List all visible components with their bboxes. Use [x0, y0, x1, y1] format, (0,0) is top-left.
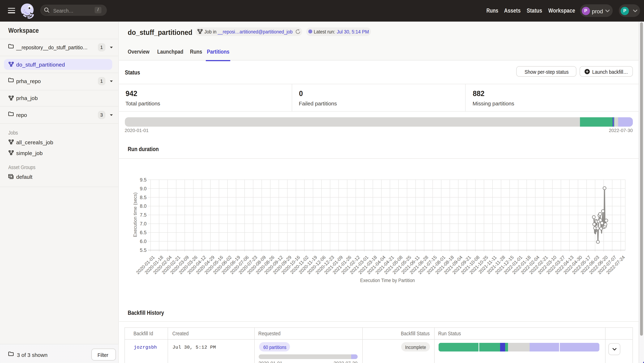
svg-text:7.0: 7.0 [140, 221, 146, 226]
svg-text:6.5: 6.5 [140, 230, 146, 235]
svg-text:6.0: 6.0 [140, 239, 146, 244]
svg-text:9.5: 9.5 [140, 177, 146, 182]
svg-text:8.5: 8.5 [140, 195, 146, 200]
svg-text:5.5: 5.5 [140, 248, 146, 253]
svg-text:Execution Time by Partition: Execution Time by Partition [360, 278, 415, 283]
svg-text:Execution time (secs): Execution time (secs) [132, 192, 138, 237]
svg-text:8.0: 8.0 [140, 204, 146, 209]
svg-text:7.5: 7.5 [140, 212, 146, 218]
svg-text:9.0: 9.0 [140, 186, 146, 192]
